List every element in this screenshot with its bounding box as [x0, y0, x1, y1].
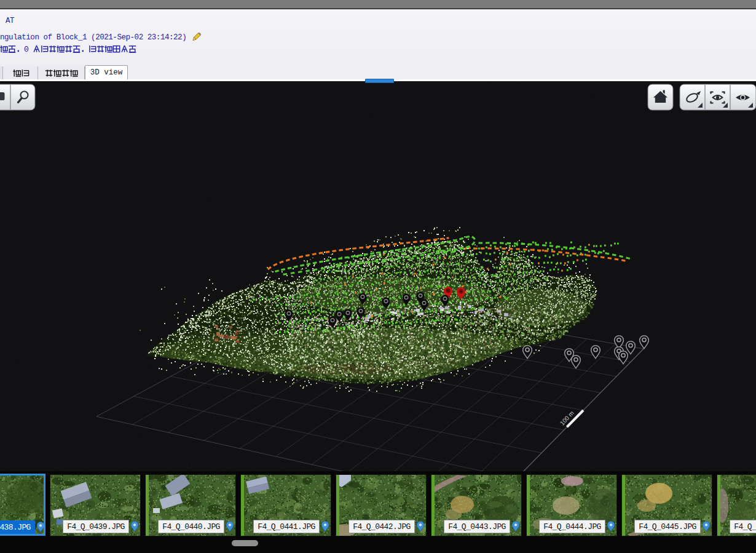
svg-text:0: 0 — [24, 45, 29, 54]
